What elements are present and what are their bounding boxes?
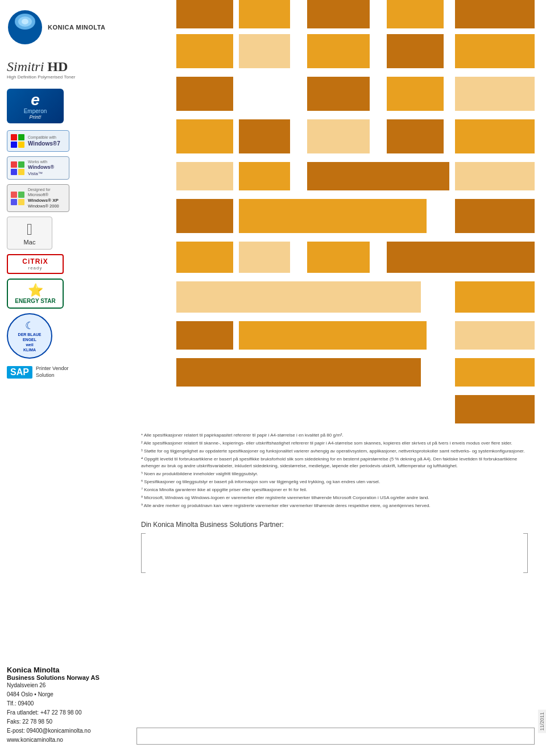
bottom-border-box — [136, 728, 535, 745]
citrix-name: CiTRiX — [13, 257, 58, 265]
mosaic-block — [387, 119, 444, 153]
mosaic-block — [387, 242, 535, 273]
mac-label: Mac — [11, 239, 48, 246]
svg-rect-15 — [18, 199, 24, 205]
left-column: KONICA MINOLTA Simitri HD High Definitio… — [0, 0, 125, 393]
mosaic-block — [239, 0, 290, 28]
partner-box — [141, 533, 528, 573]
company-name: Konica Minolta — [7, 666, 118, 674]
mosaic-block — [176, 358, 421, 387]
svg-point-3 — [22, 19, 28, 24]
mosaic-block — [176, 119, 233, 153]
windows-vista-badge: Works with Windows® Vista™ — [7, 156, 69, 180]
mosaic-block — [176, 162, 233, 190]
mosaic-block — [455, 34, 535, 68]
mosaic-block — [239, 162, 290, 190]
brand-name: KONICA MINOLTA — [48, 24, 106, 31]
mosaic-block — [455, 321, 535, 350]
sap-text: Printer Vendor Solution — [36, 365, 69, 379]
km-logo-icon — [7, 9, 43, 45]
windows-xp-flag-icon — [10, 190, 26, 206]
windows-xp-badge: Designed for Microsoft® Windows® XP Wind… — [7, 184, 69, 212]
energy-star-badge: ⭐ ENERGY STAR — [7, 279, 64, 309]
mosaic-block — [387, 0, 444, 28]
mosaic-block — [176, 321, 233, 350]
emperon-tagline: Print! — [11, 114, 59, 120]
svg-rect-13 — [18, 192, 24, 198]
svg-rect-5 — [18, 134, 24, 140]
windows7-badge: Compatible with Windows®7 — [7, 130, 69, 152]
company-division: Business Solutions Norway AS — [7, 674, 118, 681]
mosaic-block — [455, 162, 535, 190]
svg-rect-4 — [11, 134, 17, 140]
mosaic-block — [176, 77, 233, 111]
blauer-text: DER BLAUE ENGEL weil KLIMA — [18, 332, 42, 352]
footnotes-section: * Alle spesifikasjoner relatert til papi… — [141, 432, 532, 584]
mosaic-block — [455, 119, 535, 153]
partner-box-right — [523, 533, 528, 573]
mosaic-block — [307, 162, 449, 190]
mosaic-block — [455, 395, 535, 423]
simitri-subtitle: High Definition Polymerised Toner — [7, 74, 118, 80]
mosaic-block — [307, 77, 370, 111]
mosaic-block — [176, 242, 233, 273]
svg-rect-9 — [18, 161, 24, 168]
blauer-engel-icon: ☾ — [25, 319, 34, 332]
mosaic-block — [387, 34, 444, 68]
mac-badge:  Mac — [7, 217, 52, 250]
konica-minolta-logo: KONICA MINOLTA — [7, 9, 118, 45]
windows-vista-text: Works with Windows® Vista™ — [28, 159, 54, 177]
mosaic-block — [455, 199, 535, 233]
simitri-title: Simitri HD — [7, 59, 118, 74]
mosaic-block — [307, 119, 370, 153]
energy-star-icon: ⭐ — [11, 283, 59, 298]
mosaic-block — [455, 358, 535, 387]
sap-logo-mark: SAP — [7, 366, 32, 379]
svg-rect-7 — [18, 142, 24, 148]
mosaic-block — [239, 199, 427, 233]
mosaic-block — [387, 77, 444, 111]
windows7-flag-icon — [10, 133, 26, 149]
svg-rect-11 — [18, 169, 24, 175]
mosaic-block — [239, 34, 290, 68]
partner-box-left — [141, 533, 146, 573]
blauer-engel-badge: ☾ DER BLAUE ENGEL weil KLIMA — [7, 313, 52, 359]
mosaic-block — [239, 242, 290, 273]
simitri-section: Simitri HD High Definition Polymerised T… — [7, 59, 118, 80]
mosaic-block — [307, 0, 370, 28]
footnotes-text: * Alle spesifikasjoner relatert til papi… — [141, 432, 532, 509]
mosaic-block — [455, 281, 535, 313]
svg-rect-6 — [11, 142, 17, 148]
partner-section: Din Konica Minolta Business Solutions Pa… — [141, 521, 532, 573]
mosaic-block — [455, 0, 535, 28]
svg-rect-8 — [11, 161, 17, 168]
citrix-sub: ready — [13, 265, 58, 271]
mosaic-block — [307, 242, 370, 273]
emperon-name: Emperon — [11, 108, 59, 114]
energy-star-label: ENERGY STAR — [11, 298, 59, 304]
footer-address: Nydalsveien 26 0484 Oslo • Norge Tlf.: 0… — [7, 681, 118, 745]
windows-vista-flag-icon — [10, 160, 26, 176]
emperon-badge: e Emperon Print! — [7, 89, 64, 123]
mosaic-block — [455, 77, 535, 111]
mosaic-block — [176, 281, 421, 313]
mosaic-block — [176, 199, 233, 233]
date-stamp: 11/2011 — [538, 710, 546, 733]
partner-label: Din Konica Minolta Business Solutions Pa… — [141, 521, 532, 529]
svg-rect-10 — [11, 169, 17, 175]
emperon-logo-e: e — [11, 92, 59, 108]
svg-rect-14 — [11, 199, 17, 205]
windows-xp-text: Designed for Microsoft® Windows® XP Wind… — [28, 187, 59, 209]
mosaic-block — [239, 119, 290, 153]
mosaic-block — [176, 0, 233, 28]
svg-rect-12 — [11, 192, 17, 198]
mosaic-block — [239, 321, 427, 350]
partner-box-center — [146, 533, 523, 573]
mosaic-block — [176, 34, 233, 68]
footer-contact: Konica Minolta Business Solutions Norway… — [0, 666, 125, 745]
sap-badge: SAP Printer Vendor Solution — [7, 365, 118, 379]
apple-icon:  — [11, 221, 48, 239]
citrix-badge: CiTRiX ready — [7, 254, 64, 274]
mosaic-block — [307, 34, 370, 68]
windows7-text: Compatible with Windows®7 — [28, 135, 60, 147]
